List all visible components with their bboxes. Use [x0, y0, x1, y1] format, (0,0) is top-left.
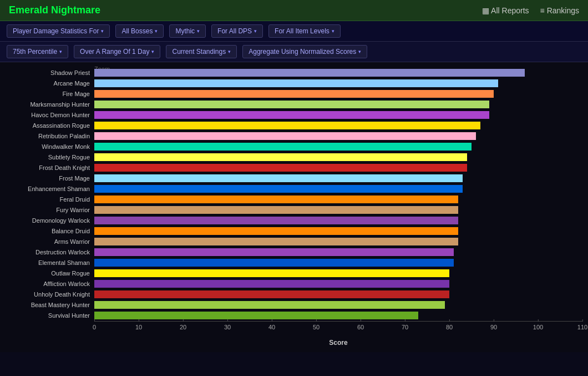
- bar-track: [94, 269, 582, 277]
- bar-track: [94, 164, 582, 172]
- bar-fill: [94, 132, 476, 140]
- bar-track: [94, 101, 582, 108]
- bar-label: Beast Mastery Hunter: [0, 302, 92, 308]
- bar-track: [94, 174, 582, 182]
- bar-label: Unholy Death Knight: [0, 291, 92, 298]
- bar-label: Balance Druid: [0, 228, 92, 234]
- bar-track: [94, 206, 582, 214]
- bar-label: Subtlety Rogue: [0, 154, 92, 161]
- bar-track: [94, 195, 582, 203]
- bar-fill: [94, 79, 498, 87]
- chevron-down-icon: ▾: [332, 28, 334, 34]
- x-tick: 90: [490, 322, 497, 330]
- bar-label: Windwalker Monk: [0, 143, 92, 150]
- bar-fill: [94, 206, 458, 214]
- x-tick: 80: [446, 322, 453, 330]
- list-item: Shadow Priest: [94, 68, 582, 78]
- percentile-dropdown[interactable]: 75th Percentile ▾: [7, 45, 68, 58]
- bar-label: Elemental Shaman: [0, 259, 92, 266]
- x-tick: 60: [357, 322, 364, 330]
- reports-icon: ▦: [482, 6, 489, 15]
- chevron-down-icon: ▾: [155, 28, 158, 34]
- list-item: Arms Warrior: [94, 237, 582, 247]
- list-item: Fury Warrior: [94, 205, 582, 215]
- bar-track: [94, 259, 582, 267]
- bar-fill: [94, 69, 525, 77]
- bar-track: [94, 185, 582, 193]
- stat-type-dropdown[interactable]: Player Damage Statistics For ▾: [7, 24, 110, 38]
- x-tick: 40: [268, 322, 275, 330]
- bar-fill: [94, 290, 449, 298]
- bar-track: [94, 248, 582, 256]
- list-item: Elemental Shaman: [94, 258, 582, 268]
- ilvl-dropdown[interactable]: For All Item Levels ▾: [268, 24, 341, 38]
- chart-container: Zoom Shadow PriestArcane MageFire MageMa…: [0, 62, 588, 352]
- bar-track: [94, 238, 582, 245]
- list-item: Affliction Warlock: [94, 279, 582, 289]
- chevron-down-icon: ▾: [151, 49, 154, 54]
- x-tick: 70: [402, 322, 408, 330]
- list-item: Demonology Warlock: [94, 215, 582, 225]
- rankings-link[interactable]: ≡ Rankings: [540, 6, 579, 15]
- bar-label: Havoc Demon Hunter: [0, 112, 92, 118]
- chevron-down-icon: ▾: [358, 49, 361, 54]
- list-item: Marksmanship Hunter: [94, 99, 582, 109]
- list-item: Frost Mage: [94, 173, 582, 183]
- list-item: Unholy Death Knight: [94, 289, 582, 299]
- x-tick: 20: [180, 322, 186, 330]
- bar-label: Marksmanship Hunter: [0, 101, 92, 108]
- list-item: Feral Druid: [94, 194, 582, 204]
- bar-track: [94, 90, 582, 98]
- bar-fill: [94, 174, 463, 182]
- bar-label: Arms Warrior: [0, 238, 92, 245]
- chart-wrapper: Shadow PriestArcane MageFire MageMarksma…: [0, 68, 582, 347]
- chevron-down-icon: ▾: [101, 28, 104, 34]
- bar-track: [94, 290, 582, 298]
- x-tick: 10: [135, 322, 142, 330]
- aggregate-dropdown[interactable]: Aggregate Using Normalized Scores ▾: [242, 45, 367, 58]
- all-reports-link[interactable]: ▦ All Reports: [482, 6, 529, 15]
- list-item: Subtlety Rogue: [94, 152, 582, 162]
- x-tick: 50: [313, 322, 320, 330]
- list-item: Outlaw Rogue: [94, 268, 582, 278]
- range-dropdown[interactable]: Over A Range Of 1 Day ▾: [74, 45, 160, 58]
- list-item: Beast Mastery Hunter: [94, 300, 582, 310]
- dps-dropdown[interactable]: For All DPS ▾: [211, 24, 263, 38]
- bar-track: [94, 301, 582, 309]
- bar-track: [94, 143, 582, 151]
- bar-label: Retribution Paladin: [0, 133, 92, 139]
- difficulty-dropdown[interactable]: Mythic ▾: [169, 24, 206, 38]
- header: Emerald Nightmare ▦ All Reports ≡ Rankin…: [0, 0, 588, 21]
- bar-track: [94, 280, 582, 288]
- app-title: Emerald Nightmare: [9, 4, 100, 16]
- x-tick: 0: [93, 322, 96, 330]
- bar-label: Fire Mage: [0, 91, 92, 97]
- bar-label: Outlaw Rogue: [0, 270, 92, 277]
- bar-fill: [94, 301, 445, 309]
- bar-label: Arcane Mage: [0, 80, 92, 87]
- bar-fill: [94, 238, 458, 245]
- bar-track: [94, 132, 582, 140]
- bosses-dropdown[interactable]: All Bosses ▾: [115, 24, 164, 38]
- bar-label: Destruction Warlock: [0, 249, 92, 255]
- bar-fill: [94, 312, 418, 319]
- list-item: Survival Hunter: [94, 310, 582, 320]
- list-item: Destruction Warlock: [94, 247, 582, 257]
- bar-label: Enhancement Shaman: [0, 186, 92, 192]
- list-item: Arcane Mage: [94, 78, 582, 88]
- list-item: Windwalker Monk: [94, 142, 582, 152]
- bar-track: [94, 69, 582, 77]
- bar-fill: [94, 153, 467, 161]
- chevron-down-icon: ▾: [197, 28, 200, 34]
- bar-label: Demonology Warlock: [0, 217, 92, 224]
- bar-fill: [94, 143, 472, 151]
- bar-track: [94, 79, 582, 87]
- bar-track: [94, 227, 582, 235]
- bar-track: [94, 217, 582, 224]
- chevron-down-icon: ▾: [59, 49, 62, 54]
- x-axis: 0102030405060708090100110: [94, 321, 582, 338]
- list-item: Havoc Demon Hunter: [94, 110, 582, 120]
- bar-fill: [94, 111, 489, 119]
- standings-dropdown[interactable]: Current Standings ▾: [166, 45, 237, 58]
- x-tick: 30: [224, 322, 231, 330]
